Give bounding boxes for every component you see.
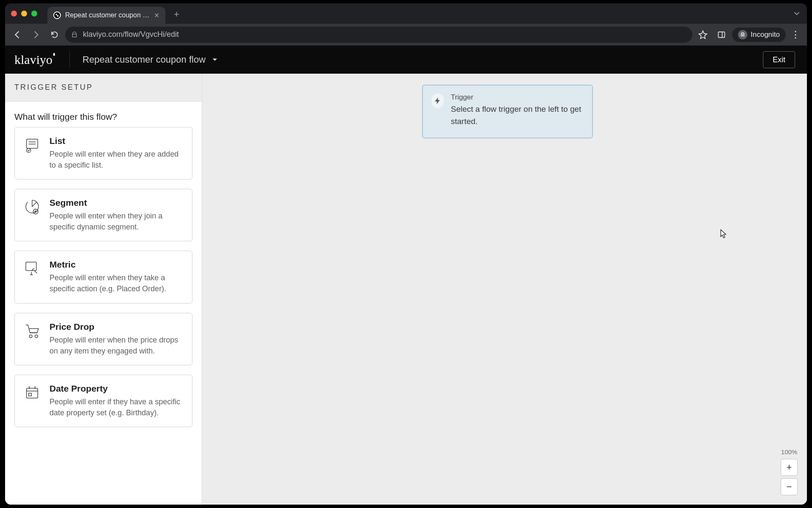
tab-close-button[interactable]: ✕	[154, 11, 159, 19]
trigger-option-list[interactable]: List People will enter when they are add…	[14, 127, 192, 179]
segment-icon	[23, 198, 41, 215]
calendar-icon	[23, 384, 41, 401]
window-close-button[interactable]	[11, 11, 17, 17]
incognito-icon	[738, 30, 747, 39]
trigger-option-date-property[interactable]: Date Property People will enter if they …	[14, 375, 192, 427]
svg-point-11	[35, 335, 38, 338]
svg-rect-4	[27, 139, 38, 149]
nav-reload-button[interactable]	[47, 27, 63, 43]
browser-tab[interactable]: Repeat customer coupon flow ✕	[47, 7, 165, 24]
sidebar-title: TRIGGER SETUP	[14, 83, 192, 92]
incognito-chip[interactable]: Incognito	[732, 28, 786, 42]
svg-point-2	[741, 35, 743, 36]
trigger-desc: People will enter when they take a speci…	[49, 272, 184, 294]
trigger-option-price-drop[interactable]: Price Drop People will enter when the pr…	[14, 313, 192, 365]
trigger-title: Price Drop	[49, 322, 184, 332]
canvas-trigger-node[interactable]: Trigger Select a flow trigger on the lef…	[422, 85, 593, 138]
tab-strip: Repeat customer coupon flow ✕ +	[5, 3, 807, 24]
app-body: TRIGGER SETUP What will trigger this flo…	[5, 74, 807, 505]
window-maximize-button[interactable]	[31, 11, 37, 17]
omnibox[interactable]: klaviyo.com/flow/VgvcHi/edit	[65, 27, 692, 43]
trigger-title: Date Property	[49, 384, 184, 394]
trigger-option-metric[interactable]: Metric People will enter when they take …	[14, 251, 192, 303]
window-controls	[11, 11, 37, 17]
logo-trademark-icon: ▘	[53, 53, 57, 58]
new-tab-button[interactable]: +	[170, 9, 184, 20]
browser-menu-button[interactable]: ⋮	[788, 30, 803, 39]
app-header: klaviyo▘ Repeat customer coupon flow Exi…	[5, 46, 807, 74]
list-icon	[23, 136, 41, 154]
bolt-icon	[431, 93, 444, 108]
flow-canvas[interactable]: Trigger Select a flow trigger on the lef…	[202, 74, 807, 505]
klaviyo-logo[interactable]: klaviyo▘	[14, 52, 57, 67]
logo-text: klaviyo	[14, 52, 52, 67]
flow-name-dropdown[interactable]: Repeat customer coupon flow	[82, 54, 218, 65]
mouse-cursor-icon	[720, 229, 727, 239]
bookmark-star-button[interactable]	[695, 27, 711, 43]
tab-title: Repeat customer coupon flow	[65, 11, 150, 19]
caret-down-icon	[211, 56, 218, 63]
sidebar-question: What will trigger this flow?	[5, 102, 202, 127]
zoom-out-button[interactable]: −	[781, 478, 798, 495]
trigger-desc: People will enter when the price drops o…	[49, 334, 184, 356]
zoom-in-button[interactable]: +	[781, 459, 798, 476]
trigger-option-segment[interactable]: Segment People will enter when they join…	[14, 189, 192, 241]
svg-point-3	[743, 35, 745, 36]
browser-window: Repeat customer coupon flow ✕ + klaviyo.…	[5, 3, 807, 505]
incognito-label: Incognito	[751, 30, 780, 39]
trigger-title: Metric	[49, 260, 184, 270]
node-title: Trigger	[451, 93, 584, 102]
omnibox-url: klaviyo.com/flow/VgvcHi/edit	[83, 30, 179, 39]
svg-rect-16	[29, 393, 32, 396]
svg-rect-9	[26, 262, 36, 271]
svg-rect-12	[27, 388, 38, 398]
nav-forward-button[interactable]	[28, 27, 44, 43]
flow-name-label: Repeat customer coupon flow	[82, 54, 206, 65]
lock-icon	[71, 31, 78, 38]
trigger-desc: People will enter when they are added to…	[49, 149, 184, 171]
zoom-controls: 100% + −	[781, 448, 798, 495]
side-panel-button[interactable]	[713, 27, 730, 43]
zoom-percent-label: 100%	[781, 448, 797, 456]
tabs-overflow-chevron-icon[interactable]	[793, 9, 801, 18]
nav-back-button[interactable]	[9, 27, 25, 43]
tab-favicon-icon	[53, 11, 61, 19]
sidebar: TRIGGER SETUP What will trigger this flo…	[5, 74, 202, 505]
trigger-desc: People will enter when they join a speci…	[49, 210, 184, 232]
svg-point-10	[29, 335, 32, 338]
sidebar-header: TRIGGER SETUP	[5, 74, 202, 102]
metric-icon	[23, 260, 41, 277]
trigger-options: List People will enter when they are add…	[5, 127, 202, 436]
cart-icon	[23, 322, 41, 340]
svg-rect-0	[719, 32, 725, 37]
address-bar: klaviyo.com/flow/VgvcHi/edit Incognito ⋮	[5, 24, 807, 46]
exit-button[interactable]: Exit	[763, 51, 795, 68]
header-divider	[69, 51, 70, 68]
node-desc: Select a flow trigger on the left to get…	[451, 103, 584, 127]
trigger-title: List	[49, 136, 184, 146]
trigger-title: Segment	[49, 198, 184, 208]
trigger-desc: People will enter if they have a specifi…	[49, 396, 184, 418]
window-minimize-button[interactable]	[21, 11, 27, 17]
